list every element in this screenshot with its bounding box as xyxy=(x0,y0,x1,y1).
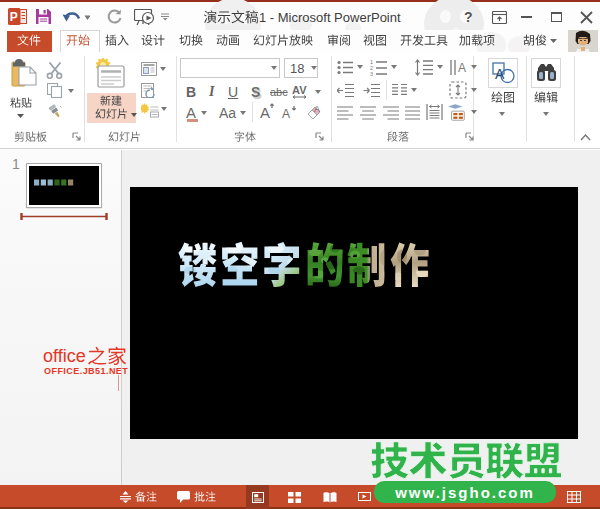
svg-text:3: 3 xyxy=(370,71,373,76)
svg-text:A: A xyxy=(282,107,290,120)
svg-text:AV: AV xyxy=(292,85,307,96)
svg-text:A: A xyxy=(458,61,466,75)
svg-text:A: A xyxy=(314,104,320,114)
svg-text:A: A xyxy=(495,66,505,82)
svg-text:A: A xyxy=(260,104,270,120)
svg-text:P: P xyxy=(10,10,18,24)
